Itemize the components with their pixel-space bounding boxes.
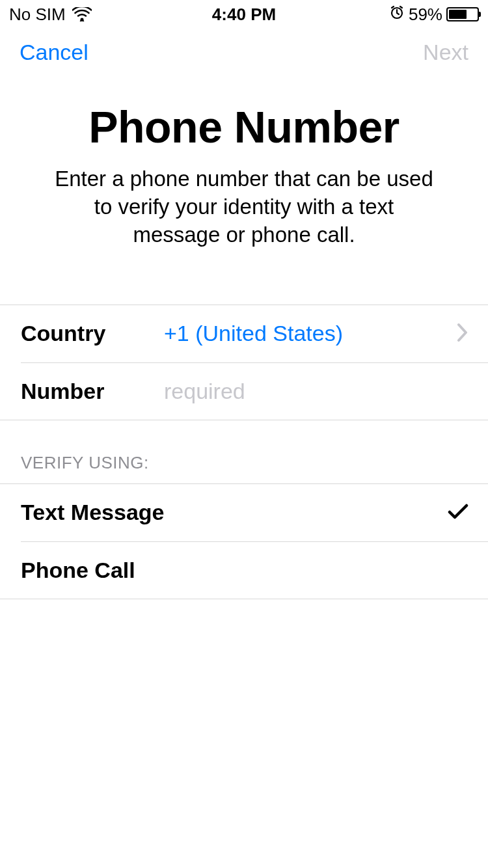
svg-point-0: [80, 18, 83, 21]
chevron-right-icon: [457, 323, 468, 345]
next-button[interactable]: Next: [423, 40, 468, 65]
verify-section-header: VERIFY USING:: [0, 420, 488, 483]
status-right: 59%: [389, 5, 479, 25]
option-label: Phone Call: [21, 558, 135, 583]
status-left: No SIM: [9, 5, 92, 25]
checkmark-icon: [448, 498, 468, 526]
country-value: +1 (United States): [164, 321, 457, 346]
verify-option-phone-call[interactable]: Phone Call: [0, 542, 488, 599]
number-label: Number: [21, 379, 164, 404]
page-subtitle: Enter a phone number that can be used to…: [26, 165, 462, 249]
battery-icon: [446, 7, 479, 21]
header-block: Phone Number Enter a phone number that c…: [0, 102, 488, 249]
nav-bar: Cancel Next: [0, 29, 488, 75]
battery-percent: 59%: [409, 5, 442, 25]
cancel-button[interactable]: Cancel: [20, 40, 88, 65]
alarm-icon: [389, 5, 405, 25]
status-bar: No SIM 4:40 PM 59%: [0, 0, 488, 29]
verify-options-group: Text Message Phone Call: [0, 483, 488, 599]
status-time: 4:40 PM: [212, 5, 276, 25]
country-row[interactable]: Country +1 (United States): [0, 305, 488, 362]
page-title: Phone Number: [26, 102, 462, 152]
verify-option-text-message[interactable]: Text Message: [0, 484, 488, 541]
wifi-icon: [72, 7, 92, 21]
number-row[interactable]: Number: [0, 363, 488, 420]
country-label: Country: [21, 321, 164, 346]
phone-form-group: Country +1 (United States) Number: [0, 305, 488, 420]
number-input[interactable]: [164, 379, 468, 404]
carrier-text: No SIM: [9, 5, 66, 25]
option-label: Text Message: [21, 500, 164, 525]
